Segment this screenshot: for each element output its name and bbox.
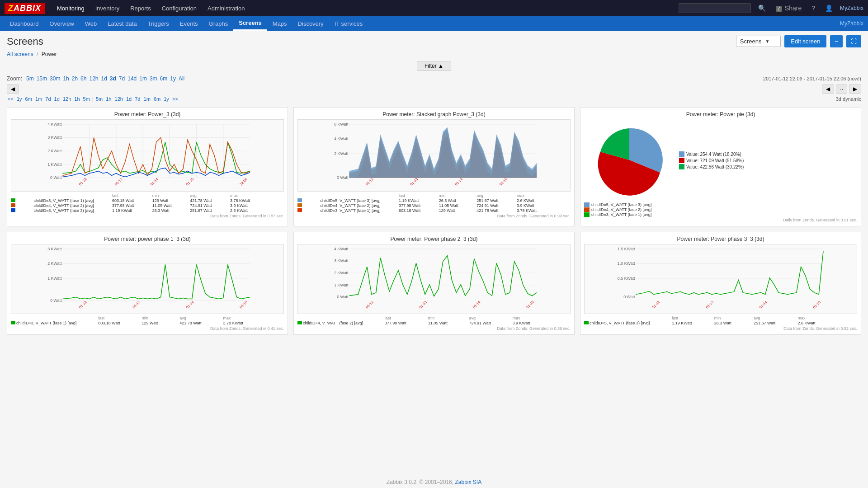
- nav-monitoring[interactable]: Monitoring: [52, 0, 90, 16]
- zoom-3m[interactable]: 3m: [148, 75, 159, 82]
- time-nav-next[interactable]: >>: [171, 96, 179, 102]
- minus-button[interactable]: −: [830, 35, 843, 47]
- chart-phase3-svg: 1.5 KWatt 1.0 KWatt 0.5 KWatt 0 Watt 01-…: [584, 244, 857, 314]
- chart-phase3: Power meter: Power phase 3_3 (3d) 1.5 KW…: [580, 232, 861, 335]
- my-zabbix-sec[interactable]: MyZabbix: [840, 20, 863, 27]
- sec-nav-screens[interactable]: Screens: [233, 16, 267, 31]
- pie-color-red: [679, 158, 684, 163]
- time-nav-7d-back[interactable]: 7d: [44, 96, 53, 102]
- pie-legend-row-1: Value: 254.4 Watt (18.20%): [679, 151, 744, 157]
- help-icon[interactable]: ?: [809, 5, 818, 12]
- zoom-1y[interactable]: 1y: [169, 75, 177, 82]
- nav-configuration[interactable]: Configuration: [156, 0, 202, 16]
- svg-text:01-14: 01-14: [185, 300, 195, 310]
- sec-nav-overview[interactable]: Overview: [44, 16, 80, 31]
- nav-dots[interactable]: ··: [836, 84, 847, 94]
- nav-right2[interactable]: ▶: [849, 84, 861, 94]
- time-nav-1m-fwd[interactable]: 1m: [143, 96, 153, 102]
- time-nav-1h-fwd[interactable]: 1h: [105, 96, 113, 102]
- zoom-14d[interactable]: 14d: [126, 75, 138, 82]
- zoom-1h[interactable]: 1h: [61, 75, 70, 82]
- time-navigation: << 1y 6m 1m 7d 1d 12h 1h 5m | 5m 1h 12h …: [7, 96, 861, 102]
- zoom-controls: Zoom: 5m 15m 30m 1h 2h 6h 12h 1d 3d 7d 1…: [7, 75, 186, 82]
- search-input[interactable]: [679, 3, 751, 13]
- nav-administration[interactable]: Administration: [202, 0, 250, 16]
- breadcrumb-all-screens[interactable]: All screens: [7, 51, 33, 57]
- svg-text:0.5 KWatt: 0.5 KWatt: [618, 276, 635, 281]
- share-icon[interactable]: Z Share: [773, 5, 804, 12]
- filter-button[interactable]: Filter ▲: [417, 61, 451, 71]
- sec-nav-maps[interactable]: Maps: [267, 16, 292, 31]
- svg-text:01-14: 01-14: [759, 300, 768, 310]
- search-icon[interactable]: 🔍: [755, 5, 769, 12]
- generated-note-3: Daily from Zonds. Generated in 0.51 sec.: [584, 218, 857, 222]
- svg-text:01-14: 01-14: [150, 177, 159, 186]
- footer: Zabbix 3.0.2. © 2001–2016, Zabbix SIA: [0, 474, 868, 488]
- svg-text:01-15: 01-15: [525, 300, 535, 310]
- zoom-5m[interactable]: 5m: [25, 75, 35, 82]
- time-nav-6m-back[interactable]: 6m: [24, 96, 34, 102]
- time-nav-5m-fwd[interactable]: 5m: [95, 96, 105, 102]
- chart-stacked-legend: lastminavgmax childID=5, V_WATT (fase 3)…: [297, 193, 571, 218]
- zoom-1m[interactable]: 1m: [138, 75, 148, 82]
- time-nav-6m-fwd[interactable]: 6m: [153, 96, 163, 102]
- time-nav-7d-fwd[interactable]: 7d: [134, 96, 142, 102]
- zoom-bar: Zoom: 5m 15m 30m 1h 2h 6h 12h 1d 3d 7d 1…: [7, 75, 861, 82]
- svg-text:01-14: 01-14: [472, 300, 481, 310]
- time-nav-5m-back[interactable]: 5m: [82, 96, 92, 102]
- svg-text:2 KWatt: 2 KWatt: [334, 151, 349, 156]
- zoom-6m[interactable]: 6m: [159, 75, 169, 82]
- sec-nav-dashboard[interactable]: Dashboard: [5, 16, 44, 31]
- nav-left2[interactable]: ◀: [822, 84, 834, 94]
- edit-screen-button[interactable]: Edit screen: [784, 35, 826, 47]
- prev-arrow-button[interactable]: ◀: [7, 84, 19, 94]
- zoom-15m[interactable]: 15m: [35, 75, 48, 82]
- my-zabbix-link[interactable]: MyZabbix: [840, 5, 863, 11]
- zoom-6h[interactable]: 6h: [79, 75, 88, 82]
- user-icon[interactable]: 👤: [822, 5, 835, 12]
- svg-text:1.5 KWatt: 1.5 KWatt: [618, 247, 635, 251]
- time-nav-1m-back[interactable]: 1m: [34, 96, 44, 102]
- zoom-2h[interactable]: 2h: [71, 75, 79, 82]
- svg-text:4 KWatt: 4 KWatt: [47, 122, 62, 127]
- pie-area: Value: 254.4 Watt (18.20%) Value: 721.09…: [584, 119, 857, 201]
- time-nav-prev[interactable]: <<: [7, 96, 14, 102]
- sec-nav-triggers[interactable]: Triggers: [142, 16, 175, 31]
- zoom-12h[interactable]: 12h: [88, 75, 99, 82]
- time-nav-1d-fwd[interactable]: 1d: [125, 96, 134, 102]
- time-nav-1h-back[interactable]: 1h: [73, 96, 82, 102]
- time-nav-1y-fwd[interactable]: 1y: [163, 96, 171, 102]
- sec-nav-web[interactable]: Web: [80, 16, 103, 31]
- top-navigation: ZABBIX Monitoring Inventory Reports Conf…: [0, 0, 868, 16]
- zoom-30m[interactable]: 30m: [48, 75, 61, 82]
- sec-nav-discovery[interactable]: Discovery: [292, 16, 329, 31]
- pie-label-1: Value: 254.4 Watt (18.20%): [686, 152, 741, 157]
- nav-inventory[interactable]: Inventory: [90, 0, 125, 16]
- chart-stacked-title: Power meter: Stacked graph Power_3 (3d): [297, 111, 571, 117]
- svg-marker-31: [349, 127, 537, 178]
- pie-color-green: [679, 164, 684, 169]
- screens-dropdown[interactable]: Screens ▼: [736, 36, 781, 47]
- zoom-3d[interactable]: 3d: [108, 75, 118, 82]
- time-nav-1y-back[interactable]: 1y: [16, 96, 24, 102]
- sec-nav-events[interactable]: Events: [175, 16, 203, 31]
- zoom-1d[interactable]: 1d: [99, 75, 108, 82]
- sec-nav-latest-data[interactable]: Latest data: [102, 16, 142, 31]
- breadcrumb: All screens / Power: [7, 51, 861, 57]
- svg-text:6 KWatt: 6 KWatt: [334, 122, 349, 127]
- zoom-7d[interactable]: 7d: [118, 75, 126, 82]
- footer-text: Zabbix 3.0.2. © 2001–2016,: [387, 479, 453, 485]
- fullscreen-button[interactable]: ⛶: [846, 35, 861, 47]
- pie-legend-row-3: Value: 422.56 Watt (30.22%): [679, 164, 744, 169]
- chart-phase2-title: Power meter: Power phase 2_3 (3d): [297, 236, 571, 242]
- svg-text:0 Watt: 0 Watt: [623, 295, 635, 299]
- time-nav-12h-fwd[interactable]: 12h: [114, 96, 125, 102]
- sec-nav-it-services[interactable]: IT services: [329, 16, 368, 31]
- sec-nav-graphs[interactable]: Graphs: [203, 16, 234, 31]
- generated-note-5: Data from Zonds. Generated in 0.36 sec.: [297, 326, 571, 331]
- time-nav-1d-back[interactable]: 1d: [53, 96, 62, 102]
- time-nav-12h-back[interactable]: 12h: [62, 96, 73, 102]
- nav-reports[interactable]: Reports: [125, 0, 156, 16]
- zoom-all[interactable]: All: [177, 75, 186, 82]
- footer-link[interactable]: Zabbix SIA: [455, 479, 481, 485]
